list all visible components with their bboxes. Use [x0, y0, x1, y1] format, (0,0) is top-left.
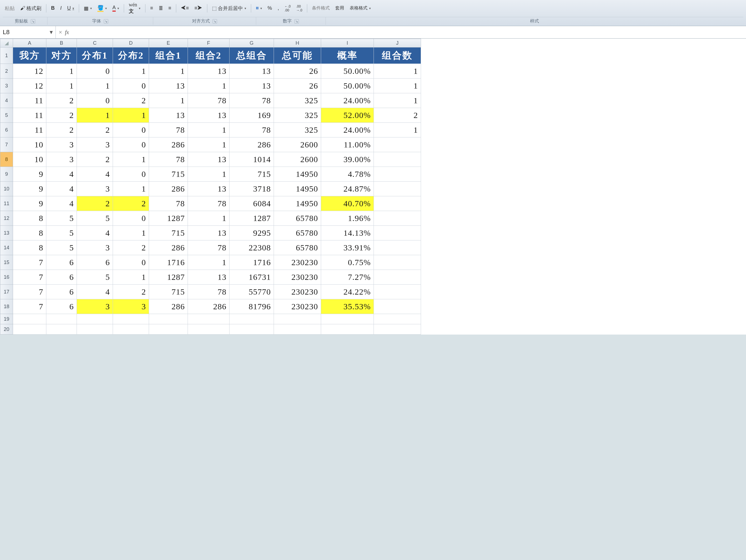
format-painter-button[interactable]: 🖌 格式刷 — [18, 4, 43, 12]
cell-B6[interactable]: 2 — [46, 123, 77, 137]
cell-B5[interactable]: 2 — [46, 108, 77, 123]
cell-D19[interactable] — [113, 314, 149, 324]
column-header-D[interactable]: D — [113, 39, 149, 48]
name-box[interactable]: L8 ▾ — [0, 26, 56, 38]
cell-F9[interactable]: 1 — [188, 167, 230, 181]
cell-C17[interactable]: 4 — [77, 285, 113, 299]
cell-H20[interactable] — [274, 324, 321, 335]
row-header-12[interactable]: 12 — [0, 211, 13, 226]
cell-I16[interactable]: 7.27% — [321, 270, 374, 285]
cell-C6[interactable]: 2 — [77, 123, 113, 137]
header-cell-F[interactable]: 组合2 — [188, 48, 230, 64]
cell-B20[interactable] — [46, 324, 77, 335]
cell-C15[interactable]: 6 — [77, 255, 113, 270]
cell-E14[interactable]: 286 — [149, 241, 188, 255]
cell-I18[interactable]: 35.53% — [321, 299, 374, 314]
cell-D4[interactable]: 2 — [113, 93, 149, 108]
column-header-A[interactable]: A — [13, 39, 46, 48]
cell-F20[interactable] — [188, 324, 230, 335]
cell-D5[interactable]: 1 — [113, 108, 149, 123]
cell-G8[interactable]: 1014 — [230, 152, 274, 167]
cell-F16[interactable]: 13 — [188, 270, 230, 285]
column-header-F[interactable]: F — [188, 39, 230, 48]
column-header-B[interactable]: B — [46, 39, 77, 48]
cell-A15[interactable]: 7 — [13, 255, 46, 270]
cell-C3[interactable]: 1 — [77, 79, 113, 93]
cell-A10[interactable]: 9 — [13, 181, 46, 196]
cell-H4[interactable]: 325 — [274, 93, 321, 108]
cell-B13[interactable]: 5 — [46, 226, 77, 241]
cell-A13[interactable]: 8 — [13, 226, 46, 241]
cell-D18[interactable]: 3 — [113, 299, 149, 314]
cell-B2[interactable]: 1 — [46, 64, 77, 79]
phonetic-button[interactable]: wén文▾ — [127, 1, 142, 15]
row-header-18[interactable]: 18 — [0, 299, 13, 314]
cell-D12[interactable]: 0 — [113, 211, 149, 226]
cell-E5[interactable]: 13 — [149, 108, 188, 123]
cell-J17[interactable] — [374, 285, 421, 299]
cell-F2[interactable]: 13 — [188, 64, 230, 79]
cell-I15[interactable]: 0.75% — [321, 255, 374, 270]
cell-B9[interactable]: 4 — [46, 167, 77, 181]
cell-C16[interactable]: 5 — [77, 270, 113, 285]
cell-G15[interactable]: 1716 — [230, 255, 274, 270]
row-header-6[interactable]: 6 — [0, 123, 13, 137]
cell-C8[interactable]: 2 — [77, 152, 113, 167]
bold-button[interactable]: B — [49, 4, 57, 12]
alignment-dialog-launcher[interactable]: ↘ — [212, 19, 217, 24]
cell-E9[interactable]: 715 — [149, 167, 188, 181]
cell-J9[interactable] — [374, 167, 421, 181]
spreadsheet-grid[interactable]: ◢ABCDEFGHIJ1我方对方分布1分布2组合1组合2总组合总可能概率组合数2… — [0, 38, 421, 335]
cell-F13[interactable]: 13 — [188, 226, 230, 241]
table-format-button[interactable]: 表格格式▾ — [348, 4, 373, 12]
header-cell-D[interactable]: 分布2 — [113, 48, 149, 64]
cell-C19[interactable] — [77, 314, 113, 324]
cell-B12[interactable]: 5 — [46, 211, 77, 226]
indent-increase-button[interactable]: ≡⮞ — [193, 4, 204, 12]
row-header-9[interactable]: 9 — [0, 167, 13, 181]
cell-A20[interactable] — [13, 324, 46, 335]
cell-B11[interactable]: 4 — [46, 196, 77, 211]
cell-H16[interactable]: 230230 — [274, 270, 321, 285]
cell-E19[interactable] — [149, 314, 188, 324]
cell-F6[interactable]: 1 — [188, 123, 230, 137]
cell-D15[interactable]: 0 — [113, 255, 149, 270]
align-center-button[interactable]: ≣ — [157, 4, 165, 12]
font-color-button[interactable]: A▾ — [111, 4, 121, 12]
cell-I4[interactable]: 24.00% — [321, 93, 374, 108]
indent-decrease-button[interactable]: ⮜≡ — [179, 4, 191, 12]
row-header-5[interactable]: 5 — [0, 108, 13, 123]
cell-J15[interactable] — [374, 255, 421, 270]
cell-H8[interactable]: 2600 — [274, 152, 321, 167]
row-header-3[interactable]: 3 — [0, 79, 13, 93]
header-cell-E[interactable]: 组合1 — [149, 48, 188, 64]
cancel-formula-icon[interactable]: ✕ — [59, 30, 62, 35]
cell-G12[interactable]: 1287 — [230, 211, 274, 226]
cell-G20[interactable] — [230, 324, 274, 335]
cell-G16[interactable]: 16731 — [230, 270, 274, 285]
cell-D20[interactable] — [113, 324, 149, 335]
cell-A18[interactable]: 7 — [13, 299, 46, 314]
cell-A2[interactable]: 12 — [13, 64, 46, 79]
cell-D8[interactable]: 1 — [113, 152, 149, 167]
formula-input[interactable] — [71, 26, 743, 38]
cell-A19[interactable] — [13, 314, 46, 324]
sheet-area[interactable]: ◢ABCDEFGHIJ1我方对方分布1分布2组合1组合2总组合总可能概率组合数2… — [0, 38, 746, 335]
cell-G18[interactable]: 81796 — [230, 299, 274, 314]
cell-B18[interactable]: 6 — [46, 299, 77, 314]
cell-I17[interactable]: 24.22% — [321, 285, 374, 299]
column-header-E[interactable]: E — [149, 39, 188, 48]
cell-J8[interactable] — [374, 152, 421, 167]
cell-D7[interactable]: 0 — [113, 137, 149, 152]
underline-button[interactable]: U▾ — [65, 4, 76, 12]
cell-H2[interactable]: 26 — [274, 64, 321, 79]
column-header-H[interactable]: H — [274, 39, 321, 48]
cell-I14[interactable]: 33.91% — [321, 241, 374, 255]
cell-I11[interactable]: 40.70% — [321, 196, 374, 211]
cell-A3[interactable]: 12 — [13, 79, 46, 93]
row-header-13[interactable]: 13 — [0, 226, 13, 241]
cell-H3[interactable]: 26 — [274, 79, 321, 93]
cell-C5[interactable]: 1 — [77, 108, 113, 123]
cell-F11[interactable]: 78 — [188, 196, 230, 211]
cell-G4[interactable]: 78 — [230, 93, 274, 108]
